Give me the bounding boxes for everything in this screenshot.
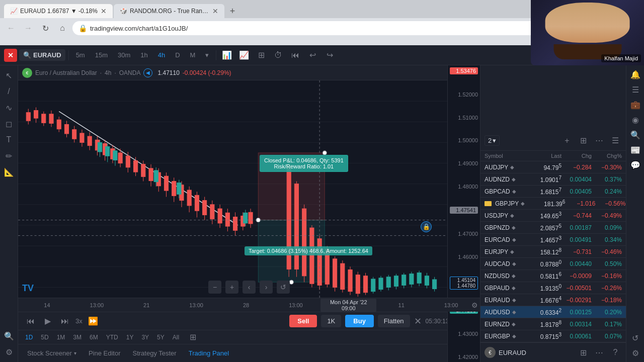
row-audnzd[interactable]: AUDNZD◆ 1.09017 0.00404 0.37% bbox=[480, 173, 626, 186]
tab-strategy-tester[interactable]: Strategy Tester bbox=[127, 347, 181, 359]
browser-tab-active[interactable]: 📈 EURAUD 1.66787 ▼ -0.18% ✕ bbox=[4, 4, 113, 18]
timeframe-dropdown[interactable]: ▾ bbox=[201, 49, 213, 61]
zoom-in-button[interactable]: + bbox=[225, 281, 238, 294]
watchlist-icon[interactable]: ☰ bbox=[628, 82, 642, 97]
indicators-button[interactable]: 📈 bbox=[236, 49, 252, 62]
close-playback-button[interactable]: ✕ bbox=[414, 316, 422, 327]
tab-stock-screener[interactable]: Stock Screener ▾ bbox=[22, 347, 82, 359]
prev-signal-button[interactable]: ⏮ bbox=[288, 49, 303, 62]
magnet-tool[interactable]: ⚙ bbox=[2, 345, 16, 359]
row-gbpjpy[interactable]: GBPJPY◆ 181.396 −1.016 −0.56% bbox=[480, 198, 626, 210]
row-audcad[interactable]: AUDCAD◆ 0.87880 0.00440 0.50% bbox=[480, 258, 626, 270]
undo-button[interactable]: ↩ bbox=[305, 49, 320, 62]
shapes-tool[interactable]: ◻ bbox=[2, 117, 16, 131]
row-audusd[interactable]: AUDUSD◆ 0.63342 0.00125 0.20% bbox=[480, 306, 626, 318]
timeframe-1h[interactable]: 1h bbox=[136, 49, 151, 61]
row-eurcad[interactable]: EURCAD◆ 1.46573 0.00491 0.34% bbox=[480, 234, 626, 246]
close-chart-button[interactable]: ✕ bbox=[4, 49, 17, 62]
time-settings-icon[interactable]: ⚙ bbox=[471, 301, 478, 309]
qty-button[interactable]: 1K bbox=[321, 315, 341, 327]
text-tool[interactable]: T bbox=[2, 133, 16, 147]
tab-close-1[interactable]: ✕ bbox=[101, 8, 107, 15]
add-symbol-button[interactable]: + bbox=[560, 134, 574, 147]
scroll-left-button[interactable]: ‹ bbox=[243, 281, 256, 294]
refresh-icon[interactable]: ↺ bbox=[628, 331, 642, 345]
period-6m[interactable]: 6M bbox=[87, 333, 101, 342]
measure-tool[interactable]: 📐 bbox=[2, 165, 16, 179]
alerts-icon[interactable]: 🔔 bbox=[628, 67, 642, 81]
chart-type-button[interactable]: 📊 bbox=[219, 49, 234, 62]
scroll-right-button[interactable]: › bbox=[260, 281, 273, 294]
home-button[interactable]: ⌂ bbox=[55, 21, 69, 35]
row-eurnzd[interactable]: EURNZD◆ 1.81788 0.00314 0.17% bbox=[480, 318, 626, 330]
chat-icon[interactable]: 💬 bbox=[628, 158, 642, 172]
sell-button[interactable]: Sell bbox=[289, 315, 317, 327]
watchlist-number-dropdown[interactable]: 2 ▾ bbox=[485, 135, 500, 146]
market-icon[interactable]: ◉ bbox=[628, 113, 642, 127]
next-button[interactable]: ⏭ bbox=[58, 315, 71, 328]
line-tool[interactable]: / bbox=[2, 84, 16, 99]
chart-canvas[interactable]: Closed P&L: 0.04686, Qty: 5391 Risk/Rewa… bbox=[18, 80, 480, 298]
cursor-tool[interactable]: ↖ bbox=[2, 68, 16, 82]
row-nzdusd[interactable]: NZDUSD◆ 0.58116 −0.0009 −0.16% bbox=[480, 270, 626, 282]
zoom-out-button[interactable]: − bbox=[208, 281, 221, 294]
flatten-button[interactable]: Flatten bbox=[378, 315, 410, 327]
refresh-button[interactable]: ↻ bbox=[38, 21, 52, 35]
go-start-button[interactable]: ⏮ bbox=[24, 315, 37, 328]
more-options-button[interactable]: ⋯ bbox=[593, 134, 606, 147]
tab-close-2[interactable]: ✕ bbox=[212, 8, 218, 15]
period-ytd[interactable]: YTD bbox=[103, 333, 121, 342]
manage-list-button[interactable]: ⊞ bbox=[577, 134, 590, 147]
row-eurgbp[interactable]: EURGBP◆ 0.87153 0.00061 0.07% bbox=[480, 330, 626, 342]
row-gbpnzd[interactable]: GBPNZD◆ 2.08575 0.00187 0.09% bbox=[480, 222, 626, 234]
tab-pine-editor[interactable]: Pine Editor bbox=[84, 347, 126, 359]
fast-forward-button[interactable]: ⏩ bbox=[87, 315, 100, 328]
timeframe-M[interactable]: M bbox=[186, 49, 200, 61]
help-button[interactable]: ? bbox=[609, 346, 622, 359]
timeframe-15m[interactable]: 15m bbox=[91, 49, 112, 61]
period-5d[interactable]: 5D bbox=[38, 333, 51, 342]
period-5y[interactable]: 5Y bbox=[154, 333, 168, 342]
buy-button[interactable]: Buy bbox=[345, 315, 374, 327]
save-layout-button[interactable]: ⊞ bbox=[186, 331, 199, 344]
play-button[interactable]: ▶ bbox=[41, 315, 54, 328]
screener-icon[interactable]: 🔍 bbox=[628, 128, 642, 142]
replay-button[interactable]: ⏱ bbox=[271, 49, 286, 62]
row-audjpy[interactable]: AUDJPY◆ 94.795 −0.284 −0.30% bbox=[480, 161, 626, 173]
sidebar-layout-button[interactable]: ☰ bbox=[609, 134, 622, 147]
forward-button[interactable]: → bbox=[21, 21, 35, 35]
fibonacci-tool[interactable]: ∿ bbox=[2, 101, 16, 115]
reset-button[interactable]: ↺ bbox=[277, 281, 290, 294]
lock-icon[interactable]: 🔒 bbox=[421, 221, 432, 232]
row-euraud[interactable]: EURAUD◆ 1.66764 −0.00291 −0.18% bbox=[480, 294, 626, 306]
symbol-search-box[interactable]: 🔍 EURAUD bbox=[19, 49, 65, 61]
timeframe-4h[interactable]: 4h bbox=[154, 49, 169, 61]
settings-icon[interactable]: ⚙ bbox=[628, 346, 642, 360]
row-eurjpy[interactable]: EURJPY◆ 158.128 −0.731 −0.46% bbox=[480, 246, 626, 258]
playback-speed[interactable]: 3x bbox=[75, 317, 83, 325]
nav-circle-button[interactable]: ◀ bbox=[143, 68, 152, 77]
grid-icon-button[interactable]: ⊞ bbox=[577, 346, 590, 359]
brush-tool[interactable]: ✏ bbox=[2, 149, 16, 163]
news-icon[interactable]: 📰 bbox=[628, 143, 642, 157]
zoom-tool[interactable]: 🔍 bbox=[2, 329, 16, 343]
layouts-button[interactable]: ⊞ bbox=[254, 49, 269, 62]
redo-button[interactable]: ↪ bbox=[322, 49, 337, 62]
tab-trading-panel[interactable]: Trading Panel bbox=[184, 347, 234, 359]
row-gbpaud[interactable]: GBPAUD◆ 1.91350 −0.00501 −0.26% bbox=[480, 282, 626, 294]
row-gbpcad[interactable]: GBPCAD◆ 1.68157 0.00405 0.24% bbox=[480, 186, 626, 198]
new-tab-button[interactable]: + bbox=[225, 4, 239, 18]
timeframe-D[interactable]: D bbox=[171, 49, 184, 61]
more-bottom-button[interactable]: ⋯ bbox=[593, 346, 606, 359]
period-1y[interactable]: 1Y bbox=[123, 333, 137, 342]
period-1d[interactable]: 1D bbox=[22, 333, 36, 342]
back-button[interactable]: ← bbox=[4, 21, 18, 35]
period-3m[interactable]: 3M bbox=[70, 333, 85, 342]
address-bar[interactable]: 🔒 tradingview.com/chart/a1G1ouJB/ bbox=[72, 21, 537, 35]
portfolio-icon[interactable]: 💼 bbox=[628, 98, 642, 112]
timeframe-30m[interactable]: 30m bbox=[114, 49, 134, 61]
period-all[interactable]: All bbox=[170, 333, 182, 342]
timeframe-5m[interactable]: 5m bbox=[72, 49, 89, 61]
period-3y[interactable]: 3Y bbox=[138, 333, 152, 342]
browser-tab-2[interactable]: 🎲 RANDOM.ORG - True Rando... ✕ bbox=[114, 4, 224, 18]
